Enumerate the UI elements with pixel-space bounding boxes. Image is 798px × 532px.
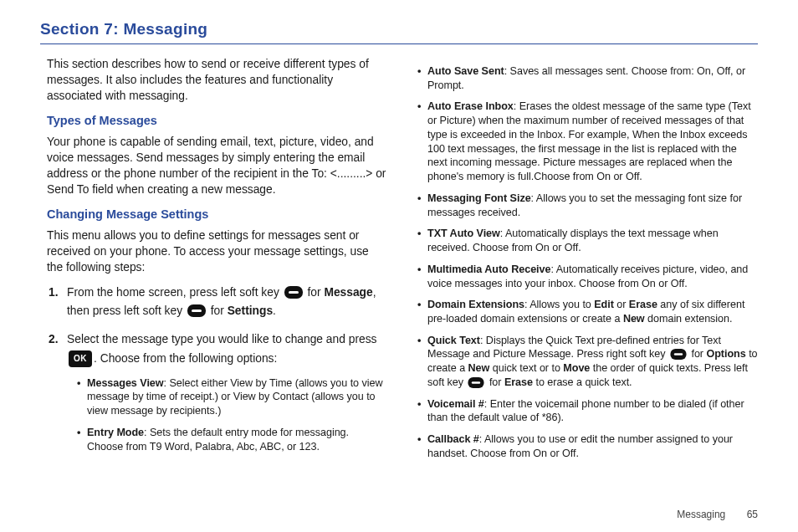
- opt-title: Voicemail #: [427, 398, 484, 410]
- step1-text-g: .: [273, 304, 276, 317]
- opt-title: Entry Mode: [87, 427, 144, 438]
- left-softkey-icon: [468, 377, 484, 388]
- section-title: Section 7: Messaging: [40, 20, 758, 44]
- step-2: Select the message type you would like t…: [67, 330, 387, 453]
- opt-entry-mode: Entry Mode: Sets the default entry mode …: [77, 426, 387, 453]
- step1-bold-message: Message: [324, 286, 372, 299]
- left-softkey-icon: [284, 286, 303, 299]
- bold-erase: Erase: [504, 376, 533, 388]
- right-softkey-icon: [670, 349, 687, 360]
- step1-text-a: From the home screen, press left soft ke…: [67, 286, 283, 299]
- settings-heading: Changing Message Settings: [47, 206, 387, 223]
- opt-title: Callback #: [427, 433, 479, 445]
- t: quick text or to: [489, 362, 563, 374]
- opt-font-size: Messaging Font Size: Allows you to set t…: [417, 192, 758, 219]
- opt-messages-view: Messages View: Select either View by Tim…: [77, 376, 387, 418]
- svg-rect-3: [192, 309, 202, 312]
- right-column: Auto Save Sent: Saves all messages sent.…: [417, 56, 758, 468]
- opt-title: Messages View: [87, 377, 164, 389]
- bold-new: New: [468, 362, 490, 374]
- ok-key-icon: OK: [69, 350, 92, 367]
- opt-callback: Callback #: Allows you to use or edit th…: [417, 432, 758, 460]
- settings-intro: This menu allows you to define settings …: [47, 228, 387, 275]
- svg-rect-7: [472, 381, 480, 384]
- opt-auto-erase-inbox: Auto Erase Inbox: Erases the oldest mess…: [417, 100, 758, 183]
- step1-bold-settings: Settings: [228, 304, 273, 317]
- left-options-list: Messages View: Select either View by Tim…: [67, 376, 387, 454]
- step-1: From the home screen, press left soft ke…: [67, 284, 387, 320]
- t: : Allows you to: [524, 299, 594, 310]
- opt-title: Auto Erase Inbox: [427, 100, 514, 112]
- opt-voicemail: Voicemail #: Enter the voicemail phone n…: [417, 397, 758, 425]
- step2-text-b: . Choose from the following options:: [94, 352, 277, 365]
- content-columns: This section describes how to send or re…: [40, 56, 758, 468]
- t: for: [688, 348, 706, 360]
- footer-section-label: Messaging: [677, 509, 725, 520]
- bold-edit: Edit: [594, 299, 614, 310]
- opt-title: TXT Auto View: [427, 228, 500, 239]
- right-options-list: Auto Save Sent: Saves all messages sent.…: [417, 64, 758, 461]
- page-footer: Messaging 65: [677, 509, 758, 520]
- types-heading: Types of Messages: [47, 112, 387, 129]
- opt-multimedia-auto-receive: Multimedia Auto Receive: Automatically r…: [417, 263, 758, 290]
- step1-text-b: for: [304, 286, 325, 299]
- step2-text-a: Select the message type you would like t…: [67, 333, 376, 345]
- opt-title: Messaging Font Size: [427, 192, 531, 204]
- footer-page-number: 65: [747, 509, 758, 520]
- step1-text-e: for: [207, 304, 228, 317]
- bold-options: Options: [706, 348, 745, 360]
- types-body: Your phone is capable of sending email, …: [47, 134, 387, 197]
- opt-title: Multimedia Auto Receive: [427, 263, 550, 275]
- svg-rect-5: [674, 354, 683, 356]
- opt-desc: : Erases the oldest message of the same …: [427, 100, 751, 182]
- t: domain extension.: [645, 313, 733, 325]
- t: to erase a quick text.: [533, 376, 632, 388]
- opt-quick-text: Quick Text: Displays the Quick Text pre-…: [417, 334, 758, 390]
- opt-title: Domain Extensions: [427, 299, 524, 310]
- steps-list: From the home screen, press left soft ke…: [47, 284, 387, 453]
- opt-title: Quick Text: [427, 335, 480, 346]
- svg-rect-1: [289, 291, 299, 294]
- left-softkey-icon: [187, 304, 206, 317]
- t: for: [486, 376, 504, 388]
- opt-domain-extensions: Domain Extensions: Allows you to Edit or…: [417, 298, 758, 325]
- left-column: This section describes how to send or re…: [40, 56, 387, 468]
- bold-erase: Erase: [629, 299, 657, 310]
- opt-auto-save-sent: Auto Save Sent: Saves all messages sent.…: [417, 64, 758, 92]
- intro-paragraph: This section describes how to send or re…: [47, 56, 387, 104]
- bold-move: Move: [563, 362, 590, 374]
- t: or: [614, 299, 629, 310]
- opt-txt-auto-view: TXT Auto View: Automatically displays th…: [417, 227, 758, 254]
- opt-title: Auto Save Sent: [427, 65, 504, 77]
- bold-new: New: [623, 313, 645, 325]
